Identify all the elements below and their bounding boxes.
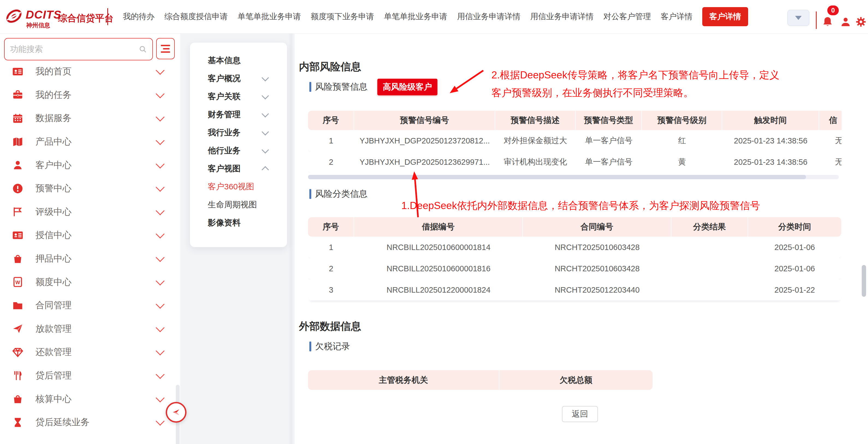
risk-warning-section-header: 风险预警信息 高风险级客户 (309, 80, 437, 94)
alert-circle-icon (11, 182, 24, 195)
subnav-item-other-bank-business[interactable]: 他行业务 (190, 142, 287, 159)
function-search-box (4, 38, 153, 60)
chevron-down-icon (261, 146, 269, 153)
tab-dropdown-button[interactable] (787, 10, 809, 26)
utensils-icon (11, 369, 24, 382)
tax-arrears-table: 主管税务机关欠税总额 (308, 370, 653, 390)
chevron-down-icon (156, 159, 165, 169)
id-card-icon (11, 65, 24, 78)
column-header: 预警信号类型 (576, 111, 642, 130)
column-header: 预警信号描述 (495, 111, 576, 130)
user-icon[interactable] (840, 16, 851, 28)
column-header: 分类时间 (748, 217, 841, 237)
file-w-icon: W (11, 276, 24, 288)
column-header: 借据编号 (354, 217, 523, 237)
topnav-item-my-todo[interactable]: 我的待办 (123, 11, 155, 22)
column-header: 主管税务机关 (308, 370, 499, 390)
subnav-item-customer-overview[interactable]: 客户概况 (190, 69, 287, 87)
topnav-item-quota-sub-application[interactable]: 额度项下业务申请 (311, 11, 374, 22)
column-header: 预警信号级别 (642, 111, 722, 130)
column-header: 序号 (308, 111, 354, 130)
table-row: 1YJBHYJXH_DGP20250123720812...对外担保金额过大单一… (308, 130, 841, 151)
subnav-item-customer-view[interactable]: 客户视图 (190, 159, 287, 178)
risk-warning-table: 序号预警信号编号预警信号描述预警信号类型预警信号级别触发时间信1YJBHYJXH… (308, 111, 841, 173)
risk-class-section-header: 风险分类信息 (309, 187, 368, 201)
column-header: 合同编号 (523, 217, 672, 237)
platform-title: 综合信贷平台 (58, 12, 114, 25)
column-header: 触发时间 (722, 111, 819, 130)
bell-icon[interactable] (821, 15, 834, 28)
sidebar-item-credit-center[interactable]: 授信中心 (0, 224, 180, 247)
subnav-item-customer-relation[interactable]: 客户关联 (190, 87, 287, 106)
sidebar-item-disbursement-mgmt[interactable]: 放款管理 (0, 317, 180, 341)
sidebar-item-collateral-center[interactable]: 押品中心 (0, 247, 180, 270)
table-cell (672, 237, 748, 258)
table-cell: 2025-01-23 14:38:56 (722, 151, 819, 173)
subnav-item-finance-mgmt[interactable]: 财务管理 (190, 106, 287, 123)
subnav-item-customer-360-view[interactable]: 客户360视图 (190, 178, 287, 196)
topnav-item-corporate-customer-mgmt[interactable]: 对公客户管理 (603, 11, 651, 22)
sidebar-item-warning-center[interactable]: 预警中心 (0, 177, 180, 200)
sidebar-item-quota-center[interactable]: W 额度中心 (0, 270, 180, 294)
table-cell: 2025-01-06 (748, 237, 841, 258)
flag-icon (11, 205, 24, 218)
sidebar-item-my-home[interactable]: 我的首页 (0, 60, 180, 83)
map-icon (11, 136, 24, 148)
sidebar-collapse-button[interactable] (166, 402, 186, 423)
page-scrollbar[interactable] (862, 265, 866, 297)
topnav-item-credit-use-detail-1[interactable]: 用信业务申请详情 (457, 11, 520, 22)
chevron-down-icon (156, 66, 165, 75)
topnav-item-comprehensive-credit-application[interactable]: 综合额度授信申请 (164, 11, 228, 22)
table-cell: 无 (819, 130, 841, 151)
sidebar-item-post-loan-mgmt[interactable]: 贷后管理 (0, 364, 180, 387)
svg-text:W: W (15, 279, 20, 285)
table-row: 2NRCBILL2025010600001816NRCHT20250106034… (308, 258, 841, 279)
topnav-item-customer-detail[interactable]: 客户详情 (661, 11, 692, 22)
search-input[interactable] (5, 45, 139, 54)
chevron-down-icon (156, 206, 165, 215)
sidebar-item-product-center[interactable]: 产品中心 (0, 130, 180, 153)
sidebar-item-rating-center[interactable]: 评级中心 (0, 200, 180, 224)
topnav-item-single-batch-application-1[interactable]: 单笔单批业务申请 (238, 11, 301, 22)
sidebar-item-my-tasks[interactable]: 我的任务 (0, 83, 180, 107)
sidebar-item-accounting-center[interactable]: 核算中心 (0, 387, 180, 411)
table-cell: YJBHYJXH_DGP20250123629971... (354, 151, 495, 173)
internal-risk-title: 内部风险信息 (299, 60, 361, 74)
topnav-active-tab[interactable]: 客户详情 (702, 7, 748, 26)
folder-icon (11, 299, 24, 312)
subnav-item-basic-info[interactable]: 基本信息 (190, 51, 287, 69)
table-cell: 审计机构出现变化 (495, 151, 576, 173)
chevron-down-icon (156, 183, 165, 192)
sidebar-item-customer-center[interactable]: 客户中心 (0, 153, 180, 177)
table-cell: NRCBILL2025010600001814 (354, 237, 523, 258)
annotation-note-1: 1.DeepSeek依托内外部数据信息，结合预警信号体系，为客户探测风险预警信号 (401, 197, 760, 214)
hourglass-icon (11, 416, 24, 429)
topnav-item-credit-use-detail-2[interactable]: 用信业务申请详情 (530, 11, 594, 22)
section-bar (309, 189, 311, 199)
table-cell: NRCHT2025010603428 (523, 258, 672, 279)
top-navigation: 我的待办 综合额度授信申请 单笔单批业务申请 额度项下业务申请 单笔单批业务申请… (123, 0, 748, 33)
sidebar-item-post-loan-continuation[interactable]: 贷后延续业务 (0, 411, 180, 434)
sidebar-item-data-services[interactable]: 数据服务 (0, 107, 180, 130)
chevron-down-icon (156, 253, 165, 262)
menu-toggle-button[interactable] (156, 38, 175, 59)
back-button[interactable]: 返回 (562, 406, 598, 422)
horizontal-scrollbar[interactable] (308, 175, 806, 179)
sidebar-item-repayment-mgmt[interactable]: 还款管理 (0, 341, 180, 364)
topnav-item-single-batch-application-2[interactable]: 单笔单批业务申请 (384, 11, 447, 22)
gear-icon[interactable] (855, 16, 867, 28)
table-cell (672, 279, 748, 301)
table-cell: 2025-01-23 14:38:56 (722, 130, 819, 151)
subnav-item-lifecycle-view[interactable]: 生命周期视图 (190, 196, 287, 214)
table-cell: NRCBILL2025010600001816 (354, 258, 523, 279)
sidebar-item-contract-mgmt[interactable]: 合同管理 (0, 294, 180, 317)
risk-class-table: 序号借据编号合同编号分类结果分类时间1NRCBILL20250106000018… (308, 217, 841, 301)
table-row: 3NRCBILL2025012200001824NRCHT20250122034… (308, 279, 841, 301)
subnav-item-our-bank-business[interactable]: 我行业务 (190, 123, 287, 142)
user-icon (11, 159, 24, 171)
customer-detail-subnav: 基本信息 客户概况 客户关联 财务管理 我行业务 他行业务 客户视图 客户360… (190, 42, 287, 247)
section-bar (309, 82, 311, 92)
section-bar (309, 342, 311, 351)
subnav-item-image-materials[interactable]: 影像资料 (190, 214, 287, 232)
caret-down-icon (795, 16, 802, 20)
